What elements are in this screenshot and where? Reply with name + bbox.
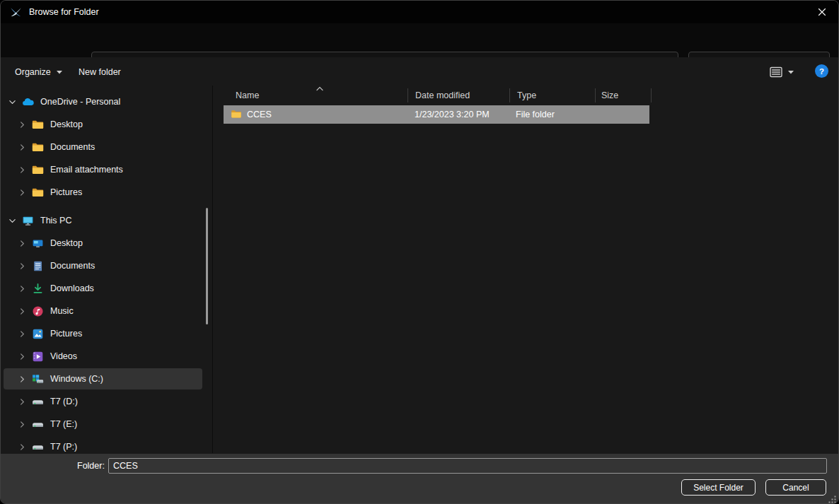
this-pc-icon — [22, 215, 34, 227]
file-type: File folder — [516, 110, 555, 119]
navigation-pane: OneDrive - Personal Desktop Documents Em… — [1, 86, 213, 453]
sidebar-item-videos[interactable]: Videos — [4, 346, 202, 367]
file-list-pane: Name Date modified Type Size CCES 1/23/2… — [214, 86, 839, 453]
chevron-right-icon[interactable] — [16, 121, 28, 129]
column-header-date-modified[interactable]: Date modified — [408, 88, 510, 102]
help-icon: ? — [819, 67, 824, 76]
sidebar-item-email-attachments[interactable]: Email attachments — [4, 159, 202, 180]
sidebar-item-onedrive-personal[interactable]: OneDrive - Personal — [4, 91, 202, 112]
sidebar-item-label: T7 (D:) — [50, 397, 78, 406]
sidebar-item-label: Pictures — [50, 329, 82, 339]
sidebar-item-desktop[interactable]: Desktop — [4, 233, 202, 254]
folder-icon — [32, 187, 44, 199]
sidebar-item-label: Email attachments — [50, 165, 123, 175]
chevron-right-icon[interactable] — [16, 262, 28, 270]
sidebar-item-documents[interactable]: Documents — [4, 255, 202, 276]
window-title: Browse for Folder — [29, 7, 99, 17]
external-drive-icon — [32, 418, 44, 430]
column-header-name[interactable]: Name — [224, 88, 408, 102]
sidebar-item-label: This PC — [40, 216, 71, 225]
chevron-right-icon[interactable] — [16, 143, 28, 151]
chevron-right-icon[interactable] — [16, 421, 28, 428]
resize-grip-icon[interactable] — [828, 496, 836, 503]
chevron-right-icon[interactable] — [16, 166, 28, 174]
close-button[interactable] — [806, 1, 838, 23]
sidebar-item-label: T7 (E:) — [50, 419, 77, 429]
caret-down-icon — [56, 69, 63, 75]
change-view-button[interactable] — [769, 64, 794, 81]
command-bar: Organize New folder ? — [1, 57, 838, 86]
external-drive-icon — [32, 441, 44, 453]
sidebar-item-label: Videos — [50, 351, 77, 361]
sidebar-item-label: Windows (C:) — [50, 374, 103, 384]
select-folder-button[interactable]: Select Folder — [681, 479, 756, 496]
sidebar-item-label: Documents — [50, 261, 95, 271]
close-icon — [818, 8, 826, 16]
pictures-icon — [32, 328, 44, 340]
chevron-right-icon[interactable] — [16, 353, 28, 361]
folder-name-input[interactable] — [108, 458, 827, 474]
sidebar-item-label: Downloads — [50, 283, 94, 293]
desktop-icon — [32, 238, 44, 250]
sidebar-item-windows-c[interactable]: Windows (C:) — [4, 368, 202, 389]
sidebar-item-this-pc[interactable]: This PC — [4, 210, 202, 231]
music-icon — [32, 305, 44, 317]
column-header-label: Name — [224, 90, 259, 100]
sidebar-item-label: OneDrive - Personal — [40, 97, 120, 107]
videos-icon — [32, 351, 44, 363]
organize-label: Organize — [15, 67, 51, 77]
folder-icon — [32, 141, 44, 153]
sidebar-item-t7-d[interactable]: T7 (D:) — [4, 391, 202, 412]
sidebar-item-downloads[interactable]: Downloads — [4, 278, 202, 299]
chevron-down-icon[interactable] — [6, 217, 18, 225]
column-header-size[interactable]: Size — [596, 88, 652, 102]
sidebar-item-label: Music — [50, 306, 74, 316]
file-row-cces[interactable]: CCES 1/23/2023 3:20 PM File folder — [224, 105, 649, 124]
folder-icon — [230, 109, 243, 119]
help-button[interactable]: ? — [815, 64, 828, 78]
file-date-modified: 1/23/2023 3:20 PM — [415, 110, 490, 119]
sidebar-item-music[interactable]: Music — [4, 300, 202, 322]
folder-icon — [32, 164, 44, 176]
sidebar-item-label: Desktop — [50, 238, 83, 248]
column-header-type[interactable]: Type — [510, 88, 596, 102]
caret-down-icon — [787, 69, 794, 75]
chevron-right-icon[interactable] — [16, 375, 28, 383]
cancel-label: Cancel — [782, 483, 809, 493]
chevron-right-icon[interactable] — [16, 330, 28, 338]
chevron-right-icon[interactable] — [16, 240, 28, 247]
windows-drive-icon — [32, 373, 44, 385]
sidebar-item-od-documents[interactable]: Documents — [4, 136, 202, 158]
sidebar-item-t7-e[interactable]: T7 (E:) — [4, 414, 202, 435]
sidebar-item-label: T7 (P:) — [50, 442, 77, 452]
folder-icon — [32, 119, 44, 131]
sidebar-item-pictures[interactable]: Pictures — [4, 323, 202, 344]
sidebar-item-t7-p[interactable]: T7 (P:) — [4, 436, 202, 453]
sidebar-scrollbar[interactable] — [206, 208, 208, 324]
chevron-right-icon[interactable] — [16, 189, 28, 197]
column-header-label: Type — [510, 90, 536, 100]
chevron-right-icon[interactable] — [16, 398, 28, 406]
sidebar-item-od-pictures[interactable]: Pictures — [4, 182, 202, 203]
onedrive-icon — [22, 96, 34, 108]
titlebar: Browse for Folder — [1, 1, 838, 23]
sidebar-item-label: Documents — [50, 142, 95, 152]
sidebar-item-label: Desktop — [50, 119, 83, 129]
file-name: CCES — [247, 110, 272, 119]
new-folder-button[interactable]: New folder — [76, 63, 124, 81]
column-header-label: Date modified — [408, 90, 470, 100]
chevron-right-icon[interactable] — [16, 285, 28, 293]
sidebar-item-od-desktop[interactable]: Desktop — [4, 114, 202, 135]
chevron-down-icon[interactable] — [6, 98, 18, 106]
navigation-bar: › This PC › Windows (C:) › GIT8 › awe8-b… — [1, 23, 838, 57]
chevron-right-icon[interactable] — [16, 443, 28, 451]
dialog-footer: Folder: Select Folder Cancel — [1, 453, 838, 504]
cancel-button[interactable]: Cancel — [765, 479, 826, 496]
column-header-label: Size — [596, 90, 618, 100]
organize-button[interactable]: Organize — [12, 63, 66, 81]
new-folder-label: New folder — [79, 67, 121, 77]
content-area: OneDrive - Personal Desktop Documents Em… — [1, 86, 839, 453]
folder-label: Folder: — [77, 461, 104, 471]
details-view-icon — [769, 66, 783, 78]
chevron-right-icon[interactable] — [16, 307, 28, 315]
